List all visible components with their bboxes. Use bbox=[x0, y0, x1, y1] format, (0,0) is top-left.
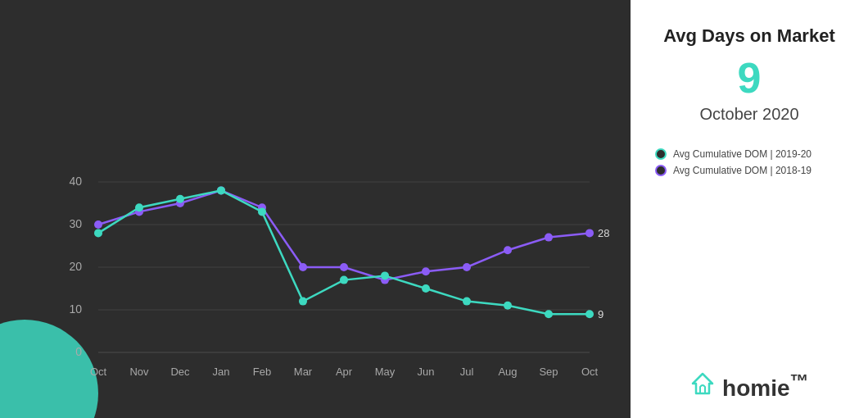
chart-svg: 0 10 20 30 40 Oct Nov Dec Jan Feb Mar Ap… bbox=[0, 0, 631, 418]
chart-area: 0 10 20 30 40 Oct Nov Dec Jan Feb Mar Ap… bbox=[0, 0, 631, 418]
purple-dot-9 bbox=[463, 263, 471, 271]
teal-dot-9 bbox=[463, 298, 471, 306]
purple-dot-0 bbox=[94, 220, 102, 229]
legend-item-teal: Avg Cumulative DOM | 2019-20 bbox=[655, 148, 811, 160]
teal-dot-7 bbox=[381, 271, 389, 279]
teal-last-label: 9 bbox=[598, 308, 604, 320]
purple-dot-8 bbox=[422, 267, 430, 275]
x-label-jun: Jun bbox=[418, 366, 435, 378]
legend: Avg Cumulative DOM | 2019-20 Avg Cumulat… bbox=[655, 148, 811, 176]
y-label-10: 10 bbox=[69, 302, 82, 316]
teal-dot-10 bbox=[504, 302, 512, 310]
teal-dot-6 bbox=[340, 276, 348, 284]
teal-dot-5 bbox=[299, 298, 307, 306]
date-label: October 2020 bbox=[699, 105, 798, 124]
homie-logo-text: homie™ bbox=[722, 370, 809, 402]
purple-dot-11 bbox=[545, 234, 553, 242]
x-label-jul: Jul bbox=[460, 366, 474, 378]
legend-item-purple: Avg Cumulative DOM | 2018-19 bbox=[655, 165, 811, 176]
x-label-oct2: Oct bbox=[581, 366, 599, 378]
purple-dot-12 bbox=[585, 229, 594, 237]
x-label-may: May bbox=[375, 366, 396, 378]
legend-label-purple: Avg Cumulative DOM | 2018-19 bbox=[673, 165, 811, 176]
teal-dot-0 bbox=[94, 229, 102, 237]
right-panel: Avg Days on Market 9 October 2020 Avg Cu… bbox=[631, 0, 868, 418]
purple-dot-10 bbox=[504, 246, 512, 254]
x-label-jan: Jan bbox=[213, 366, 230, 378]
teal-dot-12 bbox=[585, 310, 594, 318]
x-label-mar: Mar bbox=[294, 366, 313, 378]
y-label-40: 40 bbox=[69, 175, 82, 188]
trademark: ™ bbox=[790, 370, 809, 392]
big-number: 9 bbox=[738, 55, 762, 102]
teal-dot-11 bbox=[545, 310, 553, 318]
y-label-20: 20 bbox=[69, 260, 82, 273]
x-label-oct1: Oct bbox=[90, 366, 107, 378]
teal-line bbox=[98, 190, 590, 314]
teal-dot-3 bbox=[217, 186, 225, 194]
homie-logo-icon bbox=[689, 370, 716, 401]
x-label-feb: Feb bbox=[253, 366, 271, 378]
teal-dot-8 bbox=[422, 284, 430, 293]
legend-dot-teal bbox=[655, 148, 667, 160]
y-label-30: 30 bbox=[69, 217, 82, 230]
x-label-dec: Dec bbox=[170, 366, 190, 378]
chart-title: Avg Days on Market bbox=[663, 25, 834, 48]
legend-dot-purple bbox=[655, 165, 667, 176]
x-label-sep: Sep bbox=[539, 366, 558, 378]
purple-dot-6 bbox=[340, 263, 348, 271]
teal-dot-1 bbox=[135, 203, 143, 211]
y-label-0: 0 bbox=[75, 345, 82, 358]
purple-dot-5 bbox=[299, 263, 307, 271]
x-label-apr: Apr bbox=[336, 366, 353, 378]
teal-dot-4 bbox=[258, 207, 266, 216]
purple-last-label: 28 bbox=[598, 227, 609, 239]
teal-dot-2 bbox=[176, 195, 184, 203]
x-label-aug: Aug bbox=[498, 366, 517, 378]
homie-logo: homie™ bbox=[689, 370, 809, 402]
legend-label-teal: Avg Cumulative DOM | 2019-20 bbox=[673, 148, 811, 160]
x-label-nov: Nov bbox=[129, 366, 149, 378]
